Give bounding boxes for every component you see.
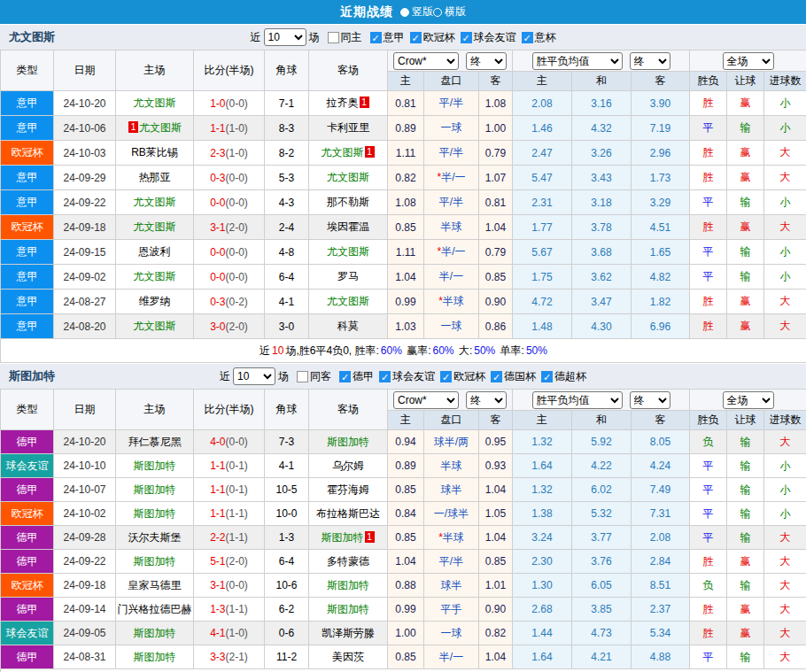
checkbox-unchecked-icon[interactable] — [328, 32, 339, 43]
checkbox-checked-icon[interactable] — [410, 32, 422, 43]
scope-select[interactable]: 全场 — [723, 52, 774, 70]
score-cell: 4-0(0-0) — [194, 430, 265, 454]
away-team-cell: 斯图加特 — [309, 430, 388, 454]
scope-select[interactable]: 全场 — [723, 391, 774, 409]
date-cell: 24-09-28 — [54, 526, 116, 550]
filter-league-3[interactable]: 意杯 — [522, 30, 556, 45]
checkbox-checked-icon[interactable] — [541, 371, 553, 382]
home-team-cell: 沃尔夫斯堡 — [116, 526, 194, 550]
filter-same-venue[interactable]: 同客 — [297, 369, 331, 384]
handicap-away-odds-cell: 1.04 — [479, 526, 513, 550]
matches-table-stuttgart: 类型 日期 主场 比分(半场) 角球 客场 Crow* 终 胜平负均值 终 全场 — [0, 389, 806, 672]
handicap-line-cell: 一球 — [424, 314, 479, 339]
filter-league-label: 德超杯 — [554, 369, 586, 384]
handicap-line-cell: 一/球半 — [424, 502, 479, 526]
summary-segment: 近 — [259, 344, 271, 357]
corner-cell: 4-1 — [265, 454, 309, 478]
date-cell: 24-09-05 — [54, 622, 116, 645]
sub-header-handicap-result: 让球 — [727, 72, 764, 91]
avg-draw-odds-cell: 4.21 — [572, 645, 632, 669]
checkbox-checked-icon[interactable] — [491, 371, 502, 382]
sub-header-away-odds: 客 — [479, 72, 513, 91]
handicap-result-cell: 赢 — [727, 314, 764, 339]
home-team-cell: 1尤文图斯 — [116, 116, 194, 141]
handicap-home-odds-cell: 0.99 — [388, 290, 424, 314]
filter-league-3[interactable]: 德国杯 — [491, 369, 536, 384]
fulltime-score: 2-3 — [210, 147, 225, 159]
summary-cell: 近10场,胜3平5负2, 胜率:30% 赢率:30% 大:70% 单率:30% — [1, 669, 806, 672]
result-cell: 平 — [690, 454, 727, 478]
filter-league-4[interactable]: 德超杯 — [541, 369, 586, 384]
fulltime-score: 3-1 — [210, 221, 225, 234]
goals-result-cell: 小 — [764, 240, 806, 265]
recent-count-select[interactable]: 10 — [264, 28, 306, 46]
table-row: 欧冠杯24-09-18皇家马德里3-1(0-0)10-6斯图加特0.88球半1.… — [1, 574, 806, 598]
home-team-cell: 尤文图斯 — [116, 215, 194, 240]
recent-count-select[interactable]: 10 — [233, 367, 275, 385]
handicap-away-odds-cell: 1.04 — [479, 215, 513, 240]
checkbox-checked-icon[interactable] — [370, 32, 382, 43]
average-odds-group-header: 胜平负均值 终 — [513, 50, 690, 72]
handicap-result-cell: 输 — [727, 190, 764, 215]
home-team-cell: 斯图加特 — [116, 622, 194, 645]
goals-result-cell: 小 — [764, 478, 806, 502]
handicap-line-cell: *半/一 — [424, 166, 479, 190]
filter-bar: 近 10 场 同主 意甲欧冠杯球会友谊意杯 — [251, 28, 556, 46]
filter-league-0[interactable]: 意甲 — [370, 30, 405, 45]
checkbox-checked-icon[interactable] — [461, 32, 472, 43]
away-team-cell: 拉齐奥1 — [309, 91, 388, 116]
final-avg-select[interactable]: 终 — [630, 391, 670, 409]
result-cell: 负 — [690, 430, 727, 454]
goals-result-cell: 大 — [764, 430, 806, 454]
filter-same-venue[interactable]: 同主 — [328, 30, 362, 45]
odds-source-select[interactable]: Crow* — [393, 52, 459, 70]
checkbox-checked-icon[interactable] — [440, 371, 452, 382]
league-type-cell: 意甲 — [1, 314, 54, 339]
radio-icon[interactable] — [400, 8, 409, 17]
checkbox-checked-icon[interactable] — [339, 371, 351, 382]
table-row: 意甲24-08-27维罗纳0-3(0-2)4-1尤文图斯0.99*半球0.904… — [1, 290, 806, 314]
filter-league-0[interactable]: 德甲 — [339, 369, 374, 384]
avg-odds-select[interactable]: 胜平负均值 — [532, 391, 623, 409]
handicap-line-cell: 平/半 — [424, 550, 479, 574]
team-label: 尤文图斯 — [134, 97, 176, 109]
halftime-score: (0-0) — [226, 436, 248, 448]
away-team-cell: 斯图加特 — [309, 598, 388, 622]
filter-league-1[interactable]: 欧冠杯 — [410, 30, 455, 45]
final-avg-select[interactable]: 终 — [630, 52, 670, 70]
date-cell: 24-09-02 — [54, 265, 116, 290]
checkbox-checked-icon[interactable] — [522, 32, 533, 43]
halftime-score: (1-0) — [226, 122, 248, 135]
checkbox-checked-icon[interactable] — [379, 371, 391, 382]
radio-icon[interactable] — [433, 8, 442, 17]
filter-league-2[interactable]: 球会友谊 — [461, 30, 516, 45]
layout-radio-vertical[interactable]: 竖版 — [400, 4, 433, 19]
table-row: 意甲24-10-20尤文图斯1-0(0-0)7-1拉齐奥10.81平/半1.08… — [1, 91, 806, 116]
team-label: 斯图加特 — [327, 579, 369, 591]
handicap-line-cell: *半球 — [424, 290, 479, 314]
final-odds-select[interactable]: 终 — [466, 52, 507, 70]
avg-draw-odds-cell: 4.22 — [572, 454, 632, 478]
score-cell: 4-1(1-0) — [194, 622, 265, 645]
avg-home-odds-cell: 1.32 — [513, 478, 572, 502]
avg-away-odds-cell: 2.96 — [632, 141, 690, 166]
sub-header-avg-draw: 和 — [572, 411, 632, 430]
layout-radio-horizontal[interactable]: 横版 — [433, 4, 466, 19]
handicap-result-cell: 输 — [727, 645, 764, 669]
odds-source-select[interactable]: Crow* — [393, 391, 459, 409]
col-header-date: 日期 — [54, 50, 116, 91]
away-team-cell: 布拉格斯巴达 — [309, 502, 388, 526]
avg-draw-odds-cell: 6.05 — [572, 574, 632, 598]
halftime-score: (0-0) — [226, 97, 248, 110]
corner-cell: 6-4 — [265, 550, 309, 574]
final-odds-select[interactable]: 终 — [466, 391, 507, 409]
avg-home-odds-cell: 1.44 — [513, 622, 572, 645]
filter-league-2[interactable]: 欧冠杯 — [440, 369, 485, 384]
table-row: 德甲24-10-07斯图加特1-1(0-1)10-5霍芬海姆0.85球半1.04… — [1, 478, 806, 502]
checkbox-unchecked-icon[interactable] — [297, 371, 308, 382]
avg-odds-select[interactable]: 胜平负均值 — [532, 52, 623, 70]
date-cell: 24-08-27 — [54, 290, 116, 314]
filter-league-1[interactable]: 球会友谊 — [379, 369, 435, 384]
col-header-away: 客场 — [309, 50, 388, 91]
handicap-away-odds-cell: 1.00 — [479, 116, 513, 141]
